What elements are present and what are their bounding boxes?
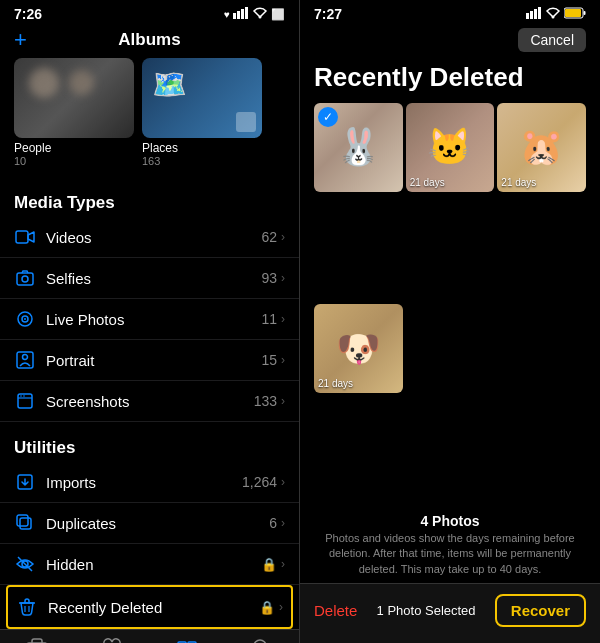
- list-item-videos[interactable]: Videos 62 ›: [0, 217, 299, 258]
- tab-bar: Library For You Albums Search: [0, 629, 299, 643]
- live-photos-icon: [14, 308, 36, 330]
- tab-foryou[interactable]: For You: [75, 638, 150, 643]
- trash-icon: [16, 596, 38, 618]
- bottom-bar: Delete 1 Photo Selected Recover: [300, 583, 600, 643]
- svg-point-7: [22, 276, 28, 282]
- signal-right-icon: [526, 7, 542, 22]
- add-album-button[interactable]: +: [14, 29, 27, 51]
- status-icons-left: ♥ ⬜: [224, 7, 285, 21]
- selfies-label: Selfies: [46, 270, 261, 287]
- svg-point-10: [24, 318, 26, 320]
- time-right: 7:27: [314, 6, 342, 22]
- left-panel: 7:26 ♥ ⬜ + Albums People 10 🗺: [0, 0, 300, 643]
- imports-label: Imports: [46, 474, 242, 491]
- places-label: Places: [142, 141, 262, 155]
- duplicates-count: 6: [269, 515, 277, 531]
- svg-point-12: [23, 355, 28, 360]
- status-bar-right: 7:27: [300, 0, 600, 26]
- photo-cell-3[interactable]: 🐹 21 days: [497, 103, 586, 192]
- portrait-label: Portrait: [46, 352, 261, 369]
- photo-grid: 🐰 ✓ 🐱 21 days 🐹 21 days 🐶 21 days: [300, 103, 600, 503]
- places-thumbnail: 🗺️: [142, 58, 262, 138]
- svg-rect-31: [538, 7, 541, 19]
- screenshot-icon: [14, 390, 36, 412]
- svg-rect-35: [584, 11, 586, 15]
- svg-rect-3: [245, 7, 248, 19]
- duplicate-icon: [14, 512, 36, 534]
- photo-selected-label: 1 Photo Selected: [377, 603, 476, 618]
- people-label: People: [14, 141, 134, 155]
- video-icon: [14, 226, 36, 248]
- svg-point-14: [20, 395, 22, 397]
- utilities-section-title: Utilities: [0, 430, 299, 462]
- svg-rect-1: [237, 11, 240, 19]
- people-count: 10: [14, 155, 134, 167]
- livephotos-label: Live Photos: [46, 311, 261, 328]
- status-icons-right: [526, 7, 586, 22]
- cancel-row: Cancel: [300, 26, 600, 56]
- svg-rect-29: [530, 11, 533, 19]
- photo-cell-4[interactable]: 🐶 21 days: [314, 304, 403, 393]
- album-places[interactable]: 🗺️ Places 163: [142, 58, 262, 167]
- photo-count: 4 Photos: [314, 513, 586, 529]
- heart-icon: ♥: [224, 9, 230, 20]
- info-description: Photos and videos show the days remainin…: [314, 531, 586, 577]
- days-badge-3: 21 days: [501, 177, 536, 188]
- list-item-screenshots[interactable]: Screenshots 133 ›: [0, 381, 299, 422]
- albums-tab-icon: [176, 638, 198, 643]
- albums-title: Albums: [118, 30, 180, 50]
- svg-point-15: [23, 395, 25, 397]
- photo-cell-2[interactable]: 🐱 21 days: [406, 103, 495, 192]
- hidden-chevron: ›: [281, 557, 285, 571]
- recently-deleted-page-title: Recently Deleted: [300, 56, 600, 103]
- foryou-tab-icon: [101, 638, 123, 643]
- videos-count: 62: [261, 229, 277, 245]
- svg-rect-2: [241, 9, 244, 19]
- tab-albums[interactable]: Albums: [150, 638, 225, 643]
- list-item-recently-deleted[interactable]: Recently Deleted 🔒 ›: [6, 585, 293, 629]
- list-item-hidden[interactable]: Hidden 🔒 ›: [0, 544, 299, 585]
- hidden-label: Hidden: [46, 556, 261, 573]
- list-item-portrait[interactable]: Portrait 15 ›: [0, 340, 299, 381]
- tab-library[interactable]: Library: [0, 638, 75, 643]
- svg-point-32: [552, 15, 555, 18]
- svg-rect-28: [526, 13, 529, 19]
- photo-cell-1[interactable]: 🐰 ✓: [314, 103, 403, 192]
- svg-rect-6: [17, 273, 33, 285]
- selfie-icon: [14, 267, 36, 289]
- list-item-livephotos[interactable]: Live Photos 11 ›: [0, 299, 299, 340]
- days-badge-2: 21 days: [410, 177, 445, 188]
- screenshots-label: Screenshots: [46, 393, 254, 410]
- imports-chevron: ›: [281, 475, 285, 489]
- cancel-button[interactable]: Cancel: [518, 28, 586, 52]
- album-people[interactable]: People 10: [14, 58, 134, 167]
- svg-rect-34: [565, 9, 581, 17]
- delete-button[interactable]: Delete: [314, 602, 357, 619]
- tab-search[interactable]: Search: [224, 638, 299, 643]
- wifi-icon: [252, 7, 268, 21]
- selfies-count: 93: [261, 270, 277, 286]
- list-item-selfies[interactable]: Selfies 93 ›: [0, 258, 299, 299]
- recently-deleted-chevron: ›: [279, 600, 283, 614]
- duplicates-label: Duplicates: [46, 515, 269, 532]
- screenshots-count: 133: [254, 393, 277, 409]
- battery-left: ⬜: [271, 8, 285, 21]
- recover-button[interactable]: Recover: [495, 594, 586, 627]
- list-item-duplicates[interactable]: Duplicates 6 ›: [0, 503, 299, 544]
- search-tab-icon: [252, 638, 272, 643]
- screenshots-chevron: ›: [281, 394, 285, 408]
- people-thumbnail: [14, 58, 134, 138]
- selfies-chevron: ›: [281, 271, 285, 285]
- status-bar-left: 7:26 ♥ ⬜: [0, 0, 299, 26]
- albums-thumbnails: People 10 🗺️ Places 163: [0, 58, 299, 177]
- time-left: 7:26: [14, 6, 42, 22]
- videos-label: Videos: [46, 229, 261, 246]
- svg-rect-18: [17, 515, 28, 526]
- list-item-imports[interactable]: Imports 1,264 ›: [0, 462, 299, 503]
- wifi-right-icon: [545, 7, 561, 22]
- select-check-1: ✓: [318, 107, 338, 127]
- hidden-icon: [14, 553, 36, 575]
- duplicates-chevron: ›: [281, 516, 285, 530]
- livephotos-chevron: ›: [281, 312, 285, 326]
- days-badge-4: 21 days: [318, 378, 353, 389]
